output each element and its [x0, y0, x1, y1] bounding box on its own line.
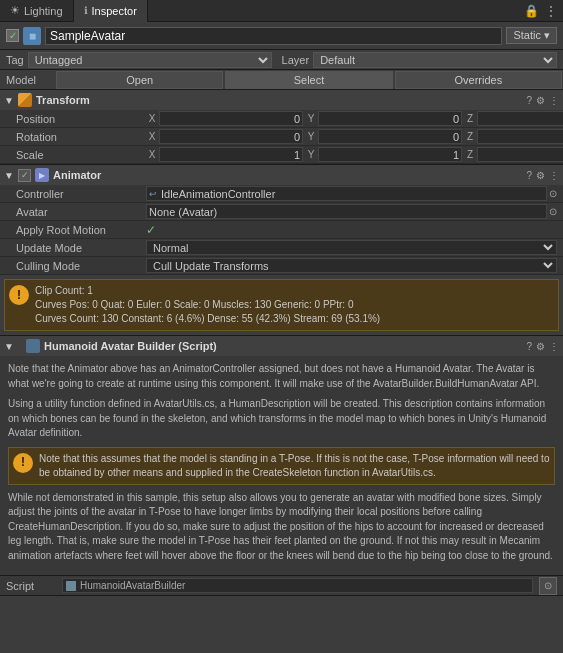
- animator-more-icon[interactable]: ⋮: [549, 170, 559, 181]
- gameobject-header: ✓ ◼ Static ▾: [0, 22, 563, 50]
- rotation-label: Rotation: [16, 131, 146, 143]
- rotation-x-input[interactable]: [159, 129, 303, 144]
- position-y-input[interactable]: [318, 111, 462, 126]
- apply-root-motion-checkmark[interactable]: ✓: [146, 223, 156, 237]
- update-mode-label: Update Mode: [16, 242, 146, 254]
- humanoid-section: ▼ Humanoid Avatar Builder (Script) ? ⚙ ⋮…: [0, 336, 563, 596]
- humanoid-arrow-icon: ▼: [4, 341, 14, 352]
- scale-z-label: Z: [464, 149, 476, 160]
- layer-select[interactable]: Default: [313, 52, 557, 68]
- culling-mode-select[interactable]: Cull Update Transforms: [146, 258, 557, 273]
- model-row: Model Open Select Overrides: [0, 70, 563, 90]
- script-settings-button[interactable]: ⊙: [539, 577, 557, 595]
- gameobject-icon: ◼: [23, 27, 41, 45]
- humanoid-text-block: Note that the Animator above has an Anim…: [0, 356, 563, 575]
- tab-inspector-label: Inspector: [92, 5, 137, 17]
- humanoid-para-2: Using a utility function defined in Avat…: [8, 397, 555, 441]
- culling-mode-row: Culling Mode Cull Update Transforms: [0, 257, 563, 275]
- transform-section-header[interactable]: ▼ Transform ? ⚙ ⋮: [0, 90, 563, 110]
- animator-title: Animator: [53, 169, 522, 181]
- controller-eye-icon[interactable]: ⊙: [549, 188, 557, 199]
- humanoid-actions: ? ⚙ ⋮: [526, 341, 559, 352]
- position-z-input[interactable]: [477, 111, 563, 126]
- tag-label: Tag: [6, 54, 24, 66]
- rotation-fields: X Y Z: [146, 129, 563, 144]
- position-x-group: X: [146, 111, 303, 126]
- transform-settings-icon[interactable]: ⚙: [536, 95, 545, 106]
- animator-warning-icon: !: [9, 285, 29, 305]
- model-label: Model: [0, 74, 55, 86]
- lock-icon[interactable]: 🔒: [524, 4, 539, 18]
- animator-warning-line-3: Curves Count: 130 Constant: 6 (4.6%) Den…: [35, 312, 380, 326]
- humanoid-settings-icon[interactable]: ⚙: [536, 341, 545, 352]
- humanoid-warning-box: ! Note that this assumes that the model …: [8, 447, 555, 485]
- culling-mode-fields: Cull Update Transforms: [146, 258, 557, 273]
- script-label: Script: [6, 580, 56, 592]
- overrides-button[interactable]: Overrides: [395, 71, 562, 89]
- humanoid-title: Humanoid Avatar Builder (Script): [44, 340, 522, 352]
- humanoid-section-header[interactable]: ▼ Humanoid Avatar Builder (Script) ? ⚙ ⋮: [0, 336, 563, 356]
- controller-fields: ↩ IdleAnimationController ⊙: [146, 186, 557, 201]
- humanoid-icon: [26, 339, 40, 353]
- animator-section-header[interactable]: ▼ ✓ ▶ Animator ? ⚙ ⋮: [0, 165, 563, 185]
- scale-z-input[interactable]: [477, 147, 563, 162]
- tab-inspector[interactable]: ℹ Inspector: [74, 0, 148, 22]
- rotation-y-group: Y: [305, 129, 462, 144]
- humanoid-para-4: While not demonstrated in this sample, t…: [8, 491, 555, 564]
- humanoid-help-icon[interactable]: ?: [526, 341, 532, 352]
- scale-z-group: Z: [464, 147, 563, 162]
- animator-warning-line-1: Clip Count: 1: [35, 284, 380, 298]
- script-filename: HumanoidAvatarBuilder: [80, 580, 185, 591]
- animator-section: ▼ ✓ ▶ Animator ? ⚙ ⋮ Controller ↩ IdleAn…: [0, 165, 563, 336]
- position-x-input[interactable]: [159, 111, 303, 126]
- scale-y-label: Y: [305, 149, 317, 160]
- scale-x-input[interactable]: [159, 147, 303, 162]
- rotation-row: Rotation X Y Z: [0, 128, 563, 146]
- scale-fields: X Y Z: [146, 147, 563, 162]
- avatar-value-field[interactable]: None (Avatar): [146, 204, 547, 219]
- tag-layer-row: Tag Untagged Layer Default: [0, 50, 563, 70]
- rotation-z-input[interactable]: [477, 129, 563, 144]
- gameobject-checkbox[interactable]: ✓: [6, 29, 19, 42]
- position-y-group: Y: [305, 111, 462, 126]
- animator-help-icon[interactable]: ?: [526, 170, 532, 181]
- tab-lighting[interactable]: ☀ Lighting: [0, 0, 74, 22]
- animator-icon: ▶: [35, 168, 49, 182]
- apply-root-motion-fields: ✓: [146, 223, 557, 237]
- humanoid-more-icon[interactable]: ⋮: [549, 341, 559, 352]
- apply-root-motion-label: Apply Root Motion: [16, 224, 146, 236]
- avatar-eye-icon[interactable]: ⊙: [549, 206, 557, 217]
- scale-row: Scale X Y Z: [0, 146, 563, 164]
- scale-x-label: X: [146, 149, 158, 160]
- tab-lighting-label: Lighting: [24, 5, 63, 17]
- update-mode-select[interactable]: Normal: [146, 240, 557, 255]
- rotation-y-input[interactable]: [318, 129, 462, 144]
- open-button[interactable]: Open: [56, 71, 223, 89]
- transform-more-icon[interactable]: ⋮: [549, 95, 559, 106]
- scale-y-input[interactable]: [318, 147, 462, 162]
- controller-value-field[interactable]: ↩ IdleAnimationController: [146, 186, 547, 201]
- transform-actions: ? ⚙ ⋮: [526, 95, 559, 106]
- position-x-label: X: [146, 113, 158, 124]
- animator-checkbox[interactable]: ✓: [18, 169, 31, 182]
- position-label: Position: [16, 113, 146, 125]
- select-button[interactable]: Select: [225, 71, 392, 89]
- humanoid-warning-icon: !: [13, 453, 33, 473]
- update-mode-fields: Normal: [146, 240, 557, 255]
- controller-label: Controller: [16, 188, 146, 200]
- gameobject-name-input[interactable]: [45, 27, 502, 45]
- position-fields: X Y Z: [146, 111, 563, 126]
- controller-link-icon: ↩: [149, 189, 157, 199]
- scale-x-group: X: [146, 147, 303, 162]
- position-z-group: Z: [464, 111, 563, 126]
- tag-select[interactable]: Untagged: [28, 52, 272, 68]
- avatar-label: Avatar: [16, 206, 146, 218]
- avatar-row: Avatar None (Avatar) ⊙: [0, 203, 563, 221]
- animator-settings-icon[interactable]: ⚙: [536, 170, 545, 181]
- transform-help-icon[interactable]: ?: [526, 95, 532, 106]
- script-value-field[interactable]: HumanoidAvatarBuilder: [62, 578, 533, 593]
- position-y-label: Y: [305, 113, 317, 124]
- more-options-icon[interactable]: ⋮: [545, 4, 557, 18]
- animator-arrow-icon: ▼: [4, 170, 14, 181]
- static-button[interactable]: Static ▾: [506, 27, 557, 44]
